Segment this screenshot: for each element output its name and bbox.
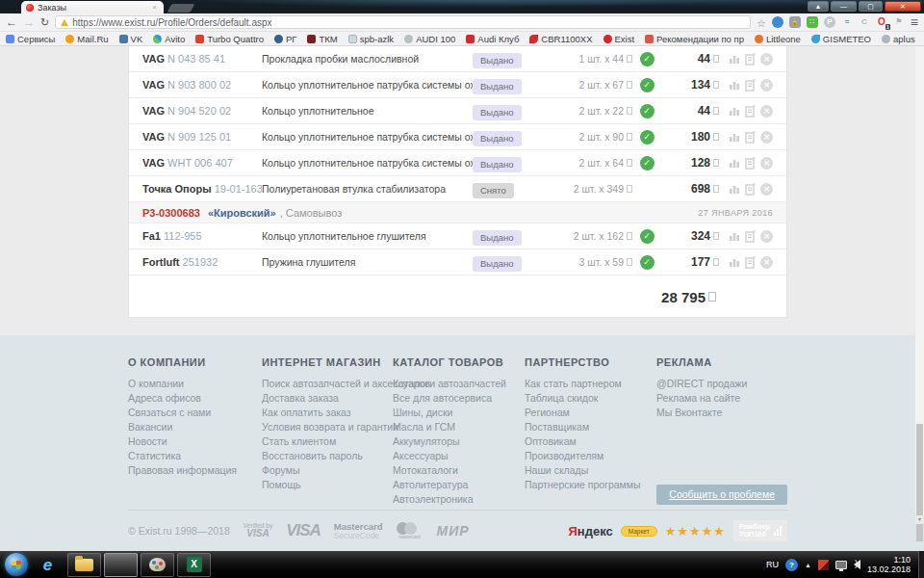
bookmark-item[interactable]: CBR1100XX [529, 34, 592, 44]
footer-link[interactable]: Автолитература [393, 478, 525, 492]
footer-link[interactable]: Правовая информация [128, 463, 262, 478]
taskbar-clock[interactable]: 1:10 13.02.2018 [867, 555, 911, 574]
reorder-icon[interactable] [745, 53, 756, 66]
footer-link[interactable]: Как стать партнером [525, 377, 656, 391]
bookmark-item[interactable]: Audi Клуб [466, 34, 519, 44]
show-desktop-button[interactable] [918, 551, 924, 578]
footer-link[interactable]: Новости [128, 434, 262, 449]
part-number-link[interactable]: WHT 006 407 [167, 157, 233, 169]
taskbar-ie-button[interactable] [31, 553, 64, 577]
reorder-icon[interactable] [745, 157, 756, 170]
reorder-icon[interactable] [745, 79, 756, 92]
remove-icon[interactable] [760, 53, 773, 66]
address-bar[interactable]: https://www.exist.ru/Profile/Orders/defa… [55, 15, 751, 29]
remove-icon[interactable] [760, 183, 773, 196]
part-number-link[interactable]: N 909 125 01 [167, 131, 231, 143]
bookmark-item[interactable]: Avito [153, 34, 185, 44]
order-number[interactable]: Р3-0300683 [142, 207, 200, 219]
price-chart-icon[interactable] [729, 131, 740, 143]
bookmark-item[interactable]: Рекомендации по пр [645, 34, 744, 44]
bookmark-item[interactable]: aplus [882, 34, 915, 44]
ssl-warning-icon[interactable] [61, 19, 68, 26]
remove-icon[interactable] [760, 105, 773, 118]
footer-link[interactable]: Восстановить пароль [262, 449, 393, 463]
part-number-link[interactable]: N 043 85 41 [167, 53, 225, 65]
part-number-link[interactable]: 112-955 [164, 230, 202, 242]
extension-ribbon-icon[interactable] [893, 16, 905, 28]
reorder-icon[interactable] [745, 105, 756, 118]
part-number-link[interactable]: 19-01-1634 [215, 183, 262, 195]
profile-button[interactable] [808, 1, 829, 12]
bookmark-item[interactable]: Mail.Ru [65, 34, 108, 44]
footer-link[interactable]: Все для автосервиса [393, 391, 525, 406]
yandex-market-badge[interactable]: Маркет [621, 526, 657, 537]
price-chart-icon[interactable] [729, 157, 740, 169]
bookmark-item[interactable]: VK [119, 34, 143, 44]
footer-link[interactable]: Партнерские программы [525, 478, 656, 492]
extension-red-o-icon[interactable]: 1 [876, 16, 887, 28]
extension-lock-icon[interactable] [789, 16, 801, 28]
footer-link[interactable]: Адреса офисов [128, 391, 262, 406]
price-chart-icon[interactable] [729, 79, 740, 91]
extension-blue-drop-icon[interactable] [772, 16, 783, 28]
bookmark-item[interactable]: РГ [274, 34, 296, 44]
bookmark-item[interactable]: spb-azlk [348, 34, 394, 44]
bookmark-item[interactable]: Littleone [755, 34, 801, 44]
footer-link[interactable]: Форумы [262, 463, 393, 478]
bookmark-item[interactable]: Exist [603, 34, 635, 44]
language-indicator[interactable]: RU [766, 560, 779, 569]
remove-icon[interactable] [760, 256, 773, 269]
footer-link[interactable]: Регионам [525, 406, 656, 420]
price-chart-icon[interactable] [729, 230, 740, 242]
footer-link[interactable]: Масла и ГСМ [393, 420, 525, 434]
footer-link[interactable]: Автоэлектроника [393, 492, 525, 507]
footer-link[interactable]: Помощь [262, 478, 393, 492]
remove-icon[interactable] [760, 79, 773, 92]
footer-link[interactable]: Аксессуары [393, 449, 525, 463]
part-number-link[interactable]: N 904 520 02 [167, 105, 231, 117]
footer-link[interactable]: Связаться с нами [128, 406, 262, 420]
store-link[interactable]: «Кировский» [208, 207, 276, 219]
footer-link[interactable]: Таблица скидок [525, 391, 656, 406]
start-button[interactable] [5, 553, 28, 576]
footer-link[interactable]: Производителям [525, 449, 656, 463]
reorder-icon[interactable] [745, 230, 756, 243]
help-tray-icon[interactable] [785, 559, 798, 571]
report-problem-button[interactable]: Сообщить о проблеме [656, 485, 787, 505]
page-scrollbar[interactable] [915, 46, 924, 524]
bookmark-item[interactable]: AUDI 100 [404, 34, 455, 44]
extension-wave-icon[interactable] [841, 16, 853, 28]
price-chart-icon[interactable] [729, 183, 740, 195]
extension-green-icon[interactable] [807, 16, 818, 28]
maximize-button[interactable] [859, 1, 883, 12]
menu-icon[interactable] [911, 13, 918, 31]
remove-icon[interactable] [760, 230, 773, 243]
price-chart-icon[interactable] [729, 256, 740, 268]
footer-link[interactable]: Мы Вконтакте [656, 406, 787, 420]
taskbar-paint-button[interactable] [141, 553, 174, 577]
minimize-button[interactable] [831, 1, 857, 12]
yandex-logo[interactable]: Яндекс [568, 524, 612, 539]
volume-tray-icon[interactable] [854, 560, 860, 569]
refresh-icon[interactable] [40, 16, 49, 28]
bookmark-item[interactable]: Сервисы [6, 34, 55, 44]
tab-close-icon[interactable] [150, 3, 159, 12]
footer-link[interactable]: Наши склады [525, 463, 656, 478]
antivirus-tray-icon[interactable] [818, 560, 829, 570]
extension-pinterest-icon[interactable] [824, 16, 835, 28]
network-tray-icon[interactable] [835, 561, 847, 569]
hidden-icons-arrow[interactable] [805, 562, 811, 568]
footer-link[interactable]: Оптовикам [525, 434, 656, 449]
footer-link[interactable]: Стать клиентом [262, 434, 393, 449]
bookmark-item[interactable]: GISMETEO [811, 34, 871, 44]
part-number-link[interactable]: 251932 [183, 256, 218, 268]
footer-link[interactable]: О компании [128, 377, 262, 391]
price-chart-icon[interactable] [729, 53, 740, 65]
footer-link[interactable]: @DIRECT продажи [656, 377, 787, 391]
scrollbar-down-arrow[interactable] [915, 515, 924, 524]
footer-link[interactable]: Мотокаталоги [393, 463, 525, 478]
footer-link[interactable]: Поиск автозапчастей и аксессуаров [262, 377, 393, 391]
footer-link[interactable]: Каталоги автозапчастей [393, 377, 525, 391]
back-icon[interactable] [6, 16, 17, 28]
footer-link[interactable]: Аккумуляторы [393, 434, 525, 449]
